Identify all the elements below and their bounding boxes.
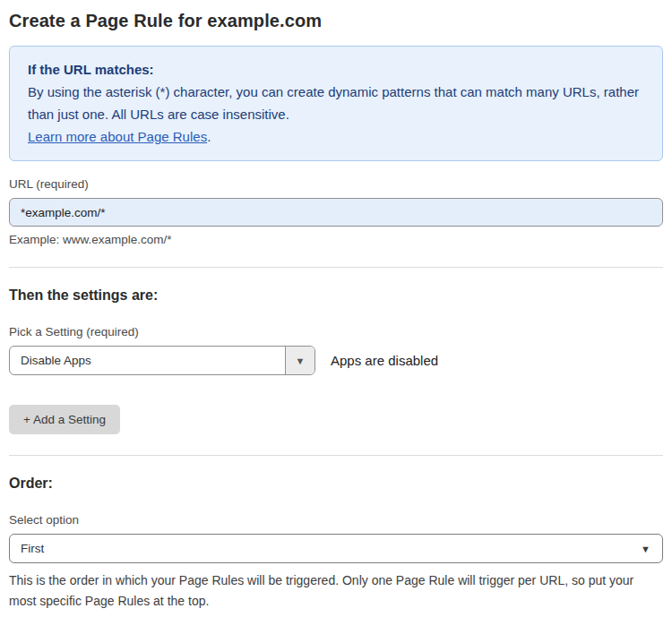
- page-title: Create a Page Rule for example.com: [9, 11, 663, 31]
- order-helper-text: This is the order in which your Page Rul…: [9, 570, 663, 612]
- order-select[interactable]: First ▼: [9, 534, 663, 563]
- divider: [9, 455, 663, 456]
- divider: [9, 267, 663, 268]
- info-box-heading: If the URL matches:: [28, 58, 644, 81]
- add-setting-button[interactable]: + Add a Setting: [9, 405, 120, 434]
- dropdown-arrow-icon: ▼: [641, 544, 650, 554]
- select-option-label: Select option: [9, 513, 663, 527]
- url-example-helper: Example: www.example.com/*: [9, 233, 663, 246]
- settings-section-heading: Then the settings are:: [9, 287, 663, 304]
- link-suffix: .: [207, 129, 211, 144]
- pick-setting-label: Pick a Setting (required): [9, 325, 663, 338]
- order-section-heading: Order:: [9, 476, 663, 492]
- learn-more-link[interactable]: Learn more about Page Rules: [28, 129, 207, 144]
- info-box-body: By using the asterisk (*) character, you…: [28, 81, 644, 125]
- setting-row: Disable Apps ▼ Apps are disabled: [9, 346, 663, 375]
- setting-dropdown-arrow-button[interactable]: ▼: [285, 347, 314, 374]
- dropdown-arrow-icon: ▼: [296, 356, 306, 366]
- url-input[interactable]: [9, 198, 663, 227]
- setting-status-text: Apps are disabled: [331, 353, 438, 368]
- setting-dropdown[interactable]: Disable Apps ▼: [9, 346, 315, 375]
- order-select-value: First: [21, 542, 641, 555]
- url-match-info-box: If the URL matches: By using the asteris…: [9, 46, 663, 161]
- setting-dropdown-value: Disable Apps: [10, 347, 285, 374]
- page-rule-form: Create a Page Rule for example.com If th…: [0, 0, 672, 617]
- url-field-label: URL (required): [9, 177, 663, 191]
- info-box-link-line: Learn more about Page Rules.: [28, 125, 644, 148]
